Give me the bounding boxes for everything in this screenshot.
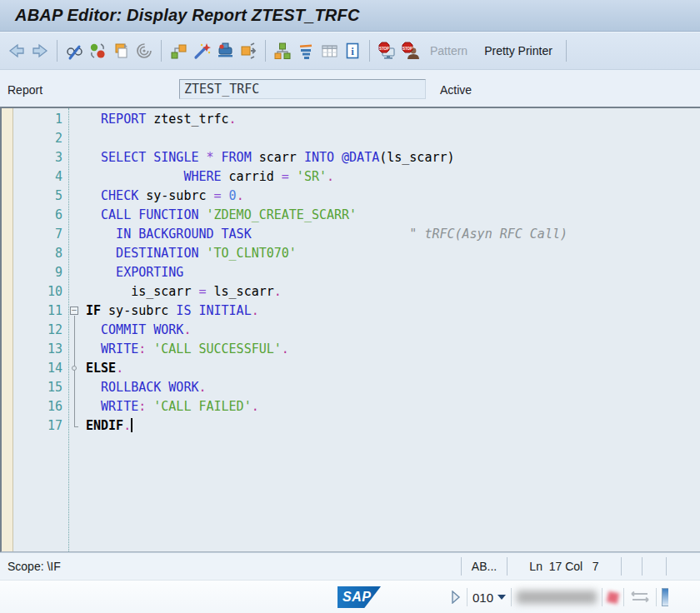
language-indicator: AB... bbox=[461, 557, 507, 576]
navigate-icon[interactable] bbox=[238, 40, 259, 62]
forward-icon[interactable] bbox=[29, 40, 51, 62]
line-number: 9 bbox=[13, 263, 68, 282]
sapgui-status-bar: SAP 010 bbox=[0, 580, 700, 613]
application-toolbar: i STOP STOP Pattern Pretty Printer bbox=[0, 32, 700, 70]
code-line[interactable]: 4 WHERE carrid = 'SR'. bbox=[13, 167, 700, 187]
code-line[interactable]: 1 REPORT ztest_trfc. bbox=[13, 110, 700, 129]
code-line[interactable]: 14ELSE. bbox=[13, 359, 700, 378]
code-line[interactable]: 10 is_scarr = ls_scarr. bbox=[13, 282, 700, 302]
svg-text:STOP: STOP bbox=[402, 47, 412, 51]
toolbar-separator bbox=[369, 40, 370, 62]
code-line[interactable]: 13 WRITE: 'CALL SUCCESSFUL'. bbox=[13, 340, 700, 359]
line-number: 11 bbox=[13, 302, 68, 321]
svg-text:STOP: STOP bbox=[379, 47, 389, 51]
line-number: 2 bbox=[13, 129, 68, 148]
status-cell-empty bbox=[621, 557, 642, 576]
sort-icon[interactable] bbox=[295, 40, 317, 62]
fold-marker[interactable]: – bbox=[68, 302, 82, 321]
object-list-icon[interactable] bbox=[168, 40, 189, 62]
code-text: IN BACKGROUND TASK " tRFC(Asyn RFC Call) bbox=[82, 225, 568, 244]
system-name-redacted bbox=[517, 591, 597, 604]
back-icon[interactable] bbox=[6, 40, 28, 62]
code-text: ENDIF. bbox=[82, 416, 132, 436]
code-line[interactable]: 2 bbox=[13, 129, 700, 148]
title-bar: ABAP Editor: Display Report ZTEST_TRFC bbox=[0, 0, 700, 32]
code-line[interactable]: 12 COMMIT WORK. bbox=[13, 321, 700, 340]
toolbar-separator bbox=[161, 40, 162, 62]
toolbar-separator bbox=[566, 40, 567, 62]
code-text: CALL FUNCTION 'ZDEMO_CREATE_SCARR' bbox=[82, 206, 357, 225]
activate-icon[interactable] bbox=[87, 40, 108, 62]
bottombar-separator bbox=[656, 588, 657, 606]
sap-logo: SAP bbox=[338, 586, 381, 608]
fold-marker bbox=[68, 340, 82, 359]
fold-column bbox=[68, 206, 82, 225]
report-label: Report bbox=[8, 83, 42, 97]
code-line[interactable]: 5 CHECK sy-subrc = 0. bbox=[13, 187, 700, 206]
fold-marker bbox=[68, 416, 82, 436]
code-line[interactable]: 9 EXPORTING bbox=[13, 263, 700, 282]
line-number: 10 bbox=[13, 282, 68, 302]
breakpoint-stop-icon[interactable]: STOP bbox=[376, 40, 398, 62]
code-line[interactable]: 3 SELECT SINGLE * FROM scarr INTO @DATA(… bbox=[13, 148, 700, 167]
client-selector[interactable]: 010 bbox=[472, 591, 506, 605]
line-number: 1 bbox=[13, 110, 68, 129]
info-icon[interactable]: i bbox=[342, 40, 363, 62]
line-number: 12 bbox=[13, 321, 68, 340]
active-status-label: Active bbox=[440, 83, 472, 97]
debugger-stop-icon[interactable]: STOP bbox=[399, 40, 421, 62]
status-indicator-redacted bbox=[607, 591, 619, 603]
line-number: 16 bbox=[13, 397, 68, 416]
where-used-icon[interactable] bbox=[133, 40, 155, 62]
text-cursor bbox=[131, 418, 132, 432]
code-text: EXPORTING bbox=[82, 263, 183, 282]
editor-status-bar: Scope: \IF AB... Ln 17 Col 7 bbox=[0, 552, 700, 580]
bottombar-separator bbox=[602, 588, 602, 606]
breakpoint-margin[interactable] bbox=[2, 108, 13, 551]
code-line[interactable]: 16 WRITE: 'CALL FAILED'. bbox=[13, 397, 700, 416]
bottombar-separator bbox=[467, 588, 468, 606]
fold-column bbox=[68, 187, 82, 206]
pretty-printer-button[interactable]: Pretty Printer bbox=[484, 44, 552, 57]
fold-column bbox=[68, 110, 82, 129]
code-line[interactable]: 6 CALL FUNCTION 'ZDEMO_CREATE_SCARR' bbox=[13, 206, 700, 225]
display-change-icon[interactable] bbox=[63, 40, 85, 62]
fold-column bbox=[68, 263, 82, 282]
data-transfer-icon[interactable] bbox=[629, 590, 651, 605]
table-view-icon[interactable] bbox=[318, 40, 340, 62]
code-text: CHECK sy-subrc = 0. bbox=[82, 187, 244, 206]
expand-status-icon[interactable] bbox=[450, 591, 462, 604]
line-number: 3 bbox=[13, 148, 68, 167]
code-text bbox=[82, 129, 86, 148]
chevron-down-icon bbox=[498, 595, 506, 600]
code-text: ELSE. bbox=[82, 359, 123, 378]
code-text: COMMIT WORK. bbox=[82, 321, 191, 340]
code-line[interactable]: 11–IF sy-subrc IS INITIAL. bbox=[13, 302, 700, 321]
toolbar-separator bbox=[265, 40, 266, 62]
abap-code-editor[interactable]: 1 REPORT ztest_trfc.23 SELECT SINGLE * F… bbox=[0, 107, 700, 552]
copy-icon[interactable] bbox=[110, 40, 132, 62]
code-lines: 1 REPORT ztest_trfc.23 SELECT SINGLE * F… bbox=[13, 110, 700, 436]
code-line[interactable]: 8 DESTINATION 'TO_CLNT070' bbox=[13, 244, 700, 263]
code-line[interactable]: 17ENDIF. bbox=[13, 416, 700, 436]
bottombar-separator bbox=[511, 588, 512, 606]
line-number: 14 bbox=[13, 359, 68, 378]
fold-marker bbox=[68, 359, 82, 378]
code-line[interactable]: 15 ROLLBACK WORK. bbox=[13, 378, 700, 397]
pattern-wizard-icon[interactable] bbox=[191, 40, 212, 62]
code-line[interactable]: 7 IN BACKGROUND TASK " tRFC(Asyn RFC Cal… bbox=[13, 225, 700, 244]
line-number: 7 bbox=[13, 225, 68, 244]
report-name-input[interactable] bbox=[179, 79, 426, 99]
syntax-check-icon[interactable] bbox=[214, 40, 236, 62]
status-cell-empty bbox=[642, 557, 666, 576]
fold-column bbox=[68, 148, 82, 167]
fold-marker bbox=[68, 321, 82, 340]
client-number: 010 bbox=[472, 591, 493, 605]
code-text: DESTINATION 'TO_CLNT070' bbox=[82, 244, 297, 263]
fold-column bbox=[68, 129, 82, 148]
line-number: 6 bbox=[13, 206, 68, 225]
fold-column bbox=[68, 244, 82, 263]
fold-column bbox=[68, 167, 82, 187]
cursor-position-indicator: Ln 17 Col 7 bbox=[507, 557, 621, 576]
hierarchy-icon[interactable] bbox=[272, 40, 293, 62]
